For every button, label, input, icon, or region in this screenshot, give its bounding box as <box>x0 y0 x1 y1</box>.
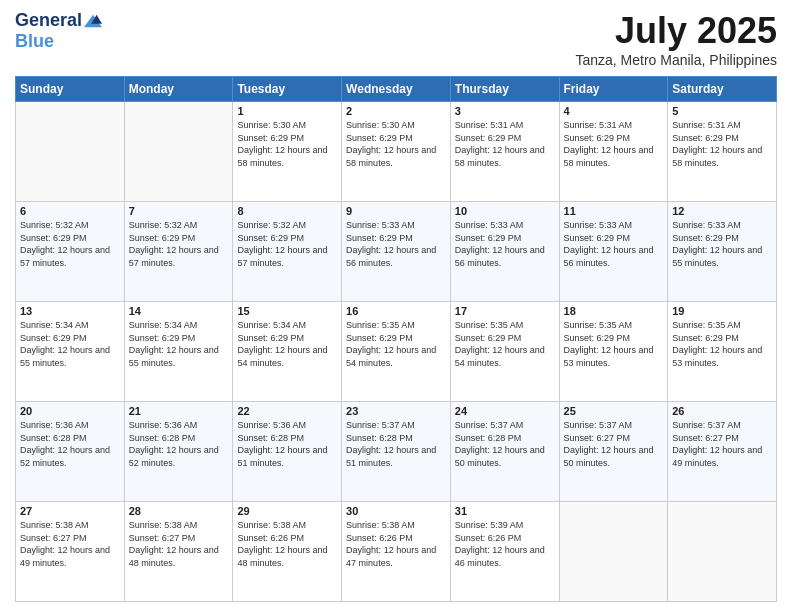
month-title: July 2025 <box>575 10 777 52</box>
cell-content: Sunrise: 5:35 AMSunset: 6:29 PMDaylight:… <box>672 319 772 369</box>
calendar-table: SundayMondayTuesdayWednesdayThursdayFrid… <box>15 76 777 602</box>
cell-content: Sunrise: 5:35 AMSunset: 6:29 PMDaylight:… <box>455 319 555 369</box>
day-number: 14 <box>129 305 229 317</box>
calendar-cell: 3Sunrise: 5:31 AMSunset: 6:29 PMDaylight… <box>450 102 559 202</box>
logo-blue: Blue <box>15 31 54 52</box>
calendar-cell: 22Sunrise: 5:36 AMSunset: 6:28 PMDayligh… <box>233 402 342 502</box>
cell-content: Sunrise: 5:31 AMSunset: 6:29 PMDaylight:… <box>564 119 664 169</box>
cell-content: Sunrise: 5:35 AMSunset: 6:29 PMDaylight:… <box>564 319 664 369</box>
logo-general: General <box>15 10 82 31</box>
calendar-cell: 27Sunrise: 5:38 AMSunset: 6:27 PMDayligh… <box>16 502 125 602</box>
cell-content: Sunrise: 5:37 AMSunset: 6:28 PMDaylight:… <box>455 419 555 469</box>
cell-content: Sunrise: 5:34 AMSunset: 6:29 PMDaylight:… <box>129 319 229 369</box>
calendar-cell <box>124 102 233 202</box>
day-number: 16 <box>346 305 446 317</box>
calendar-cell: 13Sunrise: 5:34 AMSunset: 6:29 PMDayligh… <box>16 302 125 402</box>
day-number: 28 <box>129 505 229 517</box>
weekday-header: Wednesday <box>342 77 451 102</box>
calendar-week-row: 27Sunrise: 5:38 AMSunset: 6:27 PMDayligh… <box>16 502 777 602</box>
calendar-cell: 25Sunrise: 5:37 AMSunset: 6:27 PMDayligh… <box>559 402 668 502</box>
calendar-cell: 19Sunrise: 5:35 AMSunset: 6:29 PMDayligh… <box>668 302 777 402</box>
day-number: 12 <box>672 205 772 217</box>
calendar-cell: 18Sunrise: 5:35 AMSunset: 6:29 PMDayligh… <box>559 302 668 402</box>
calendar-cell: 26Sunrise: 5:37 AMSunset: 6:27 PMDayligh… <box>668 402 777 502</box>
day-number: 7 <box>129 205 229 217</box>
day-number: 11 <box>564 205 664 217</box>
calendar-cell: 16Sunrise: 5:35 AMSunset: 6:29 PMDayligh… <box>342 302 451 402</box>
cell-content: Sunrise: 5:37 AMSunset: 6:27 PMDaylight:… <box>564 419 664 469</box>
header: General Blue July 2025 Tanza, Metro Mani… <box>15 10 777 68</box>
calendar-cell: 1Sunrise: 5:30 AMSunset: 6:29 PMDaylight… <box>233 102 342 202</box>
calendar-cell <box>559 502 668 602</box>
cell-content: Sunrise: 5:31 AMSunset: 6:29 PMDaylight:… <box>672 119 772 169</box>
cell-content: Sunrise: 5:37 AMSunset: 6:27 PMDaylight:… <box>672 419 772 469</box>
cell-content: Sunrise: 5:30 AMSunset: 6:29 PMDaylight:… <box>237 119 337 169</box>
logo: General Blue <box>15 10 102 52</box>
cell-content: Sunrise: 5:31 AMSunset: 6:29 PMDaylight:… <box>455 119 555 169</box>
calendar-cell: 8Sunrise: 5:32 AMSunset: 6:29 PMDaylight… <box>233 202 342 302</box>
cell-content: Sunrise: 5:33 AMSunset: 6:29 PMDaylight:… <box>672 219 772 269</box>
cell-content: Sunrise: 5:38 AMSunset: 6:26 PMDaylight:… <box>346 519 446 569</box>
calendar-cell: 30Sunrise: 5:38 AMSunset: 6:26 PMDayligh… <box>342 502 451 602</box>
calendar-cell: 2Sunrise: 5:30 AMSunset: 6:29 PMDaylight… <box>342 102 451 202</box>
day-number: 6 <box>20 205 120 217</box>
day-number: 31 <box>455 505 555 517</box>
calendar-cell: 10Sunrise: 5:33 AMSunset: 6:29 PMDayligh… <box>450 202 559 302</box>
calendar-cell: 23Sunrise: 5:37 AMSunset: 6:28 PMDayligh… <box>342 402 451 502</box>
day-number: 19 <box>672 305 772 317</box>
day-number: 2 <box>346 105 446 117</box>
calendar-cell: 15Sunrise: 5:34 AMSunset: 6:29 PMDayligh… <box>233 302 342 402</box>
calendar-cell: 28Sunrise: 5:38 AMSunset: 6:27 PMDayligh… <box>124 502 233 602</box>
weekday-header: Saturday <box>668 77 777 102</box>
day-number: 23 <box>346 405 446 417</box>
cell-content: Sunrise: 5:35 AMSunset: 6:29 PMDaylight:… <box>346 319 446 369</box>
calendar-cell <box>668 502 777 602</box>
title-block: July 2025 Tanza, Metro Manila, Philippin… <box>575 10 777 68</box>
cell-content: Sunrise: 5:34 AMSunset: 6:29 PMDaylight:… <box>237 319 337 369</box>
day-number: 27 <box>20 505 120 517</box>
cell-content: Sunrise: 5:39 AMSunset: 6:26 PMDaylight:… <box>455 519 555 569</box>
calendar-cell: 29Sunrise: 5:38 AMSunset: 6:26 PMDayligh… <box>233 502 342 602</box>
calendar-cell: 31Sunrise: 5:39 AMSunset: 6:26 PMDayligh… <box>450 502 559 602</box>
cell-content: Sunrise: 5:38 AMSunset: 6:26 PMDaylight:… <box>237 519 337 569</box>
location-subtitle: Tanza, Metro Manila, Philippines <box>575 52 777 68</box>
day-number: 17 <box>455 305 555 317</box>
day-number: 29 <box>237 505 337 517</box>
calendar-cell: 17Sunrise: 5:35 AMSunset: 6:29 PMDayligh… <box>450 302 559 402</box>
logo-icon <box>84 14 102 28</box>
cell-content: Sunrise: 5:32 AMSunset: 6:29 PMDaylight:… <box>20 219 120 269</box>
calendar-week-row: 6Sunrise: 5:32 AMSunset: 6:29 PMDaylight… <box>16 202 777 302</box>
calendar-cell: 20Sunrise: 5:36 AMSunset: 6:28 PMDayligh… <box>16 402 125 502</box>
cell-content: Sunrise: 5:30 AMSunset: 6:29 PMDaylight:… <box>346 119 446 169</box>
day-number: 9 <box>346 205 446 217</box>
calendar-cell <box>16 102 125 202</box>
weekday-header-row: SundayMondayTuesdayWednesdayThursdayFrid… <box>16 77 777 102</box>
cell-content: Sunrise: 5:33 AMSunset: 6:29 PMDaylight:… <box>346 219 446 269</box>
calendar-cell: 7Sunrise: 5:32 AMSunset: 6:29 PMDaylight… <box>124 202 233 302</box>
day-number: 10 <box>455 205 555 217</box>
day-number: 8 <box>237 205 337 217</box>
cell-content: Sunrise: 5:36 AMSunset: 6:28 PMDaylight:… <box>20 419 120 469</box>
day-number: 24 <box>455 405 555 417</box>
weekday-header: Friday <box>559 77 668 102</box>
cell-content: Sunrise: 5:36 AMSunset: 6:28 PMDaylight:… <box>129 419 229 469</box>
day-number: 15 <box>237 305 337 317</box>
day-number: 26 <box>672 405 772 417</box>
calendar-cell: 11Sunrise: 5:33 AMSunset: 6:29 PMDayligh… <box>559 202 668 302</box>
cell-content: Sunrise: 5:38 AMSunset: 6:27 PMDaylight:… <box>20 519 120 569</box>
weekday-header: Tuesday <box>233 77 342 102</box>
cell-content: Sunrise: 5:36 AMSunset: 6:28 PMDaylight:… <box>237 419 337 469</box>
calendar-cell: 24Sunrise: 5:37 AMSunset: 6:28 PMDayligh… <box>450 402 559 502</box>
cell-content: Sunrise: 5:38 AMSunset: 6:27 PMDaylight:… <box>129 519 229 569</box>
calendar-cell: 9Sunrise: 5:33 AMSunset: 6:29 PMDaylight… <box>342 202 451 302</box>
day-number: 18 <box>564 305 664 317</box>
weekday-header: Monday <box>124 77 233 102</box>
cell-content: Sunrise: 5:33 AMSunset: 6:29 PMDaylight:… <box>564 219 664 269</box>
day-number: 22 <box>237 405 337 417</box>
page: General Blue July 2025 Tanza, Metro Mani… <box>0 0 792 612</box>
weekday-header: Sunday <box>16 77 125 102</box>
day-number: 25 <box>564 405 664 417</box>
day-number: 1 <box>237 105 337 117</box>
calendar-cell: 4Sunrise: 5:31 AMSunset: 6:29 PMDaylight… <box>559 102 668 202</box>
cell-content: Sunrise: 5:34 AMSunset: 6:29 PMDaylight:… <box>20 319 120 369</box>
